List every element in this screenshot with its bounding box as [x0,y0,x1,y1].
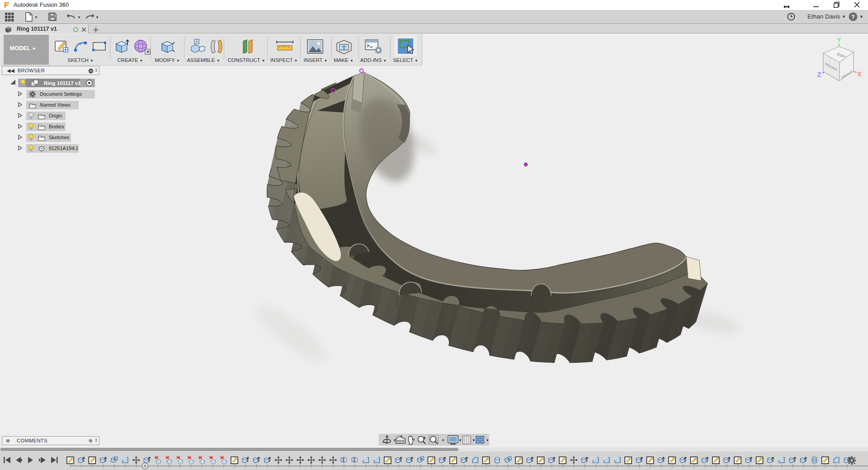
svg-text:Y: Y [837,36,841,43]
svg-text:X: X [857,70,862,78]
svg-text:Z: Z [817,71,821,78]
